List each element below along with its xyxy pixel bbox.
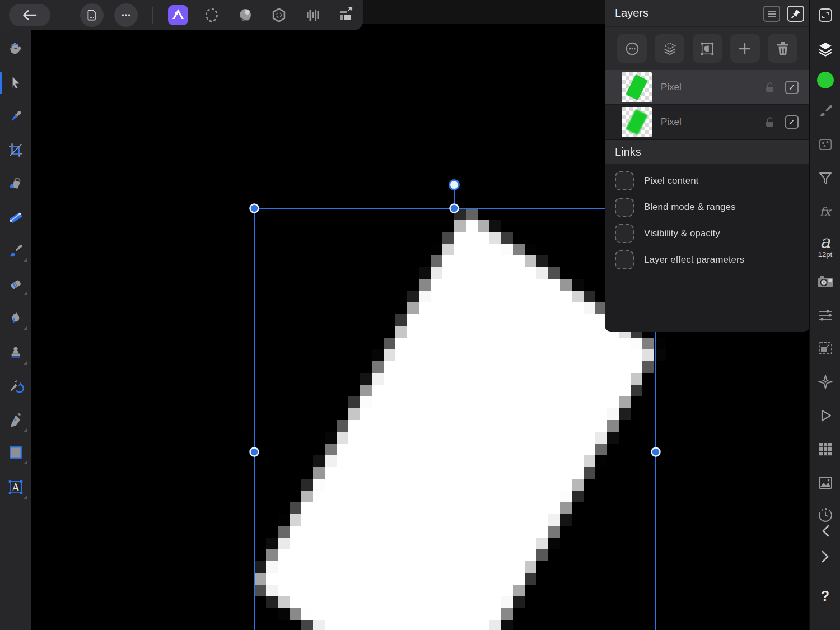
layer-thumbnail-shape	[626, 74, 648, 100]
camera-studio-button[interactable]	[810, 269, 840, 294]
play-icon	[817, 407, 834, 424]
develop-persona-button[interactable]	[269, 5, 289, 25]
gradient-icon	[7, 209, 24, 226]
link-checkbox[interactable]	[615, 250, 634, 269]
check-icon: ✓	[788, 82, 796, 92]
layer-thumbnail	[622, 107, 652, 137]
liquify-persona-button[interactable]	[235, 5, 255, 25]
tools-strip: A	[0, 0, 31, 630]
help-button[interactable]: ?	[810, 584, 840, 608]
document-menu-button[interactable]	[80, 3, 104, 27]
chevron-right-icon	[820, 550, 830, 563]
export-persona-button[interactable]	[336, 5, 356, 25]
photo-persona-icon	[168, 5, 188, 25]
mid-left-handle[interactable]	[250, 448, 259, 456]
layers-studio-button[interactable]	[810, 37, 840, 62]
hand-icon	[7, 41, 24, 58]
adjustments-studio-button[interactable]	[810, 303, 840, 328]
link-row-layer-effects[interactable]: Layer effect parameters	[605, 246, 810, 273]
tool-crop[interactable]	[0, 134, 31, 166]
links-section-header: Links	[605, 139, 810, 164]
link-row-blend-mode[interactable]: Blend mode & ranges	[605, 194, 810, 220]
layers-panel: Layers	[605, 0, 810, 332]
back-button[interactable]	[9, 4, 50, 26]
navigator-studio-button[interactable]	[810, 370, 840, 394]
swatches-studio-button[interactable]	[810, 132, 840, 157]
eyedropper-icon	[7, 108, 24, 125]
layer-visibility-checkbox[interactable]: ✓	[785, 81, 799, 94]
photo-persona-button[interactable]	[168, 5, 188, 25]
link-row-visibility[interactable]: Visibility & opacity	[605, 220, 810, 246]
layer-row[interactable]: Pixel ✓	[605, 105, 810, 139]
layer-name: Pixel	[661, 116, 764, 128]
stock-studio-button[interactable]	[810, 470, 840, 495]
tool-flood-fill[interactable]	[0, 168, 31, 199]
toolbar-divider	[152, 7, 153, 24]
layer-options-button[interactable]	[617, 34, 647, 63]
tool-color-picker[interactable]	[0, 101, 31, 132]
undo-brush-icon	[7, 378, 24, 395]
links-list: Pixel content Blend mode & ranges Visibi…	[605, 164, 810, 273]
add-layer-button[interactable]	[730, 34, 760, 63]
merge-layers-button[interactable]	[655, 34, 684, 63]
top-left-handle[interactable]	[250, 204, 259, 213]
navigator-star-icon	[816, 373, 834, 391]
tool-erase[interactable]	[0, 269, 31, 300]
mask-button[interactable]	[693, 34, 722, 63]
lock-icon[interactable]	[764, 81, 776, 94]
rotation-handle[interactable]	[450, 180, 459, 190]
more-options-button[interactable]	[114, 3, 138, 27]
mid-right-handle[interactable]	[652, 448, 660, 456]
tool-gradient[interactable]	[0, 202, 31, 233]
paint-brush-icon	[7, 242, 24, 259]
pin-icon	[790, 8, 801, 20]
layers-panel-toolbar	[605, 27, 810, 70]
macro-studio-button[interactable]	[810, 403, 840, 428]
link-row-pixel-content[interactable]: Pixel content	[605, 167, 810, 194]
link-checkbox[interactable]	[615, 198, 634, 217]
flyout-indicator	[24, 460, 27, 464]
expand-panel-button[interactable]	[810, 3, 840, 27]
pin-panel-button[interactable]	[787, 6, 804, 22]
batch-studio-button[interactable]	[810, 437, 840, 461]
text-tool-icon: A	[7, 478, 25, 496]
text-studio-button[interactable]: a 12pt	[810, 230, 840, 262]
resize-studio-button[interactable]	[810, 336, 840, 361]
undo-button[interactable]	[810, 522, 840, 539]
delete-layer-button[interactable]	[768, 34, 797, 63]
grid-icon	[817, 441, 834, 458]
eraser-icon	[7, 276, 24, 293]
tool-undo-brush[interactable]	[0, 371, 31, 402]
link-checkbox[interactable]	[615, 171, 634, 190]
list-icon	[767, 10, 777, 18]
tone-mapping-persona-button[interactable]	[302, 5, 323, 25]
brush-icon	[817, 102, 834, 119]
effects-studio-button[interactable]: fx	[810, 199, 840, 224]
pen-icon	[7, 412, 24, 428]
swatches-icon	[817, 136, 834, 153]
resize-document-icon	[816, 340, 834, 357]
lock-icon[interactable]	[764, 116, 776, 128]
tool-paint-brush[interactable]	[0, 235, 31, 267]
layer-thumbnail	[622, 72, 652, 102]
color-studio-button[interactable]	[810, 68, 840, 92]
selection-persona-icon	[202, 6, 221, 25]
studio-sidebar: fx a 12pt	[809, 0, 840, 630]
layer-visibility-checkbox[interactable]: ✓	[785, 115, 799, 129]
brushes-studio-button[interactable]	[810, 99, 840, 123]
selection-persona-button[interactable]	[202, 5, 222, 25]
show-more-button[interactable]	[810, 544, 840, 569]
filters-studio-button[interactable]	[810, 166, 840, 190]
affinity-photo-app: { "top_toolbar": { "icons": ["back","doc…	[0, 0, 840, 630]
back-arrow-icon	[21, 8, 38, 22]
layer-stack-icon	[661, 41, 678, 57]
top-center-handle[interactable]	[450, 204, 459, 213]
tool-move[interactable]	[0, 67, 31, 99]
layer-row[interactable]: Pixel ✓	[605, 70, 810, 105]
link-checkbox[interactable]	[615, 224, 634, 243]
develop-persona-icon	[269, 6, 288, 25]
paint-bucket-icon	[7, 175, 24, 192]
tool-pan[interactable]	[0, 34, 31, 65]
layer-list-view-button[interactable]	[763, 6, 780, 22]
flyout-indicator	[24, 495, 27, 499]
